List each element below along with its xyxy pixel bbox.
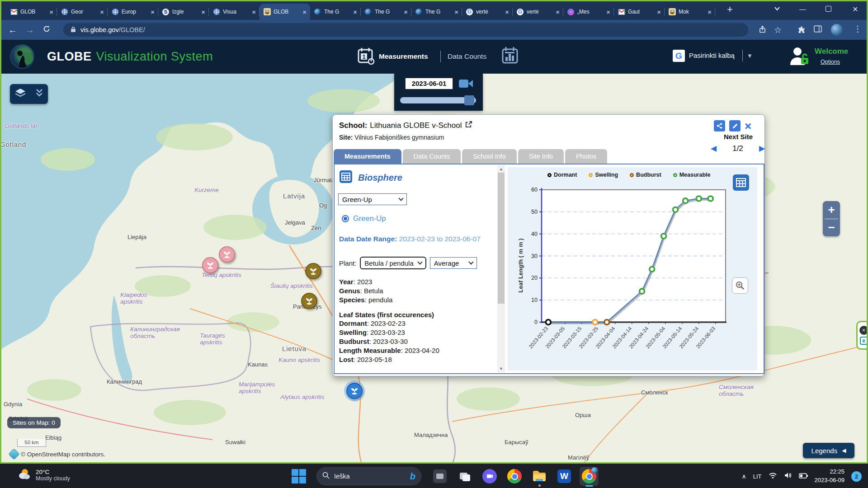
tab-close-icon[interactable]: × <box>657 9 661 15</box>
browser-tab[interactable]: Mok× <box>665 4 715 20</box>
date-slider-thumb[interactable] <box>464 95 474 105</box>
zoom-out-button[interactable]: − <box>823 219 840 236</box>
notification-badge[interactable]: 2 <box>851 471 862 482</box>
browser-menu-icon[interactable]: ⋮ <box>854 24 862 34</box>
column-scrollbar[interactable]: ▲ ▼ <box>497 165 505 372</box>
biosphere-table-icon[interactable] <box>339 170 353 185</box>
popup-tab-site-info[interactable]: Site Info <box>518 149 564 164</box>
chrome-icon[interactable] <box>505 467 524 486</box>
tab-close-icon[interactable]: × <box>252 9 256 15</box>
chart-zoom-button[interactable] <box>732 277 748 294</box>
popup-tab-school-info[interactable]: School Info <box>462 149 517 164</box>
user-account-icon[interactable] <box>788 45 811 70</box>
leaflet-logo-icon[interactable] <box>8 448 19 460</box>
extensions-puzzle-icon[interactable] <box>797 25 806 36</box>
browser-tab[interactable]: Gvertė× <box>462 4 513 20</box>
file-explorer-icon[interactable] <box>530 467 549 486</box>
video-camera-icon[interactable] <box>458 78 474 91</box>
reload-button[interactable] <box>42 25 51 35</box>
browser-tab[interactable]: The G× <box>411 4 462 20</box>
browser-tab[interactable]: GLOB× <box>259 4 310 20</box>
statistic-select[interactable]: Average <box>430 257 477 269</box>
profile-avatar[interactable] <box>831 24 843 36</box>
side-panel-icon[interactable] <box>814 25 822 35</box>
weather-widget[interactable]: 20°C Mostly cloudy <box>17 467 70 483</box>
wifi-icon[interactable] <box>769 472 777 481</box>
browser-tab[interactable]: The G× <box>361 4 411 20</box>
browser-tab[interactable]: Visua× <box>209 4 259 20</box>
tab-close-icon[interactable]: × <box>708 9 712 15</box>
tab-close-icon[interactable]: × <box>201 9 205 15</box>
share-site-button[interactable] <box>714 120 725 131</box>
close-window-button[interactable]: × <box>853 4 858 14</box>
window-stack-icon[interactable] <box>455 467 474 486</box>
globe-logo[interactable] <box>10 44 34 69</box>
scrollbar-thumb[interactable] <box>498 173 505 304</box>
site-marker-blue[interactable] <box>346 383 363 399</box>
volume-icon[interactable] <box>784 472 792 481</box>
edit-pencil-button[interactable] <box>729 120 741 131</box>
site-marker-olive[interactable] <box>305 263 321 279</box>
attribution-text[interactable]: © OpenStreetMap contributors. <box>21 451 105 458</box>
site-marker-pink[interactable] <box>219 246 235 263</box>
popup-tab-measurements[interactable]: Measurements <box>334 149 401 164</box>
tab-search-chevron-icon[interactable] <box>774 5 780 13</box>
nav-data-counts[interactable]: Data Counts <box>448 52 486 61</box>
legends-button[interactable]: Legends ◀ <box>803 443 854 458</box>
tab-close-icon[interactable]: × <box>404 9 408 15</box>
protocol-select[interactable]: Green-Up <box>338 193 407 205</box>
tab-close-icon[interactable]: × <box>454 9 458 15</box>
site-marker-olive[interactable] <box>301 293 317 309</box>
extension-flyout[interactable]: × e <box>856 321 868 350</box>
desktop-icon[interactable] <box>430 467 449 486</box>
flyout-close-icon[interactable]: × <box>859 326 868 335</box>
browser-tab[interactable]: SIzgle× <box>158 4 209 20</box>
word-icon[interactable]: W <box>555 467 574 486</box>
popup-tab-data-counts[interactable]: Data Counts <box>403 149 461 164</box>
browser-tab[interactable]: Geor× <box>57 4 108 20</box>
site-marker-pink[interactable] <box>202 257 218 273</box>
tab-close-icon[interactable]: × <box>100 9 104 15</box>
language-selector[interactable]: Pasirinkti kalbą <box>689 52 735 59</box>
data-counts-calendar-icon[interactable] <box>501 46 520 68</box>
tab-close-icon[interactable]: × <box>505 9 509 15</box>
tab-close-icon[interactable]: × <box>49 9 53 15</box>
zoom-in-button[interactable]: + <box>823 201 840 219</box>
external-link-icon[interactable] <box>465 121 472 131</box>
forward-button[interactable]: → <box>25 25 34 35</box>
scroll-down-icon[interactable]: ▼ <box>497 366 505 371</box>
collapse-chevrons-icon[interactable] <box>35 88 44 100</box>
nav-measurements[interactable]: Measurements <box>379 52 428 61</box>
google-translate-icon[interactable]: G <box>673 50 685 62</box>
plant-select[interactable]: Betula / pendula <box>360 257 426 269</box>
evernote-clipper-icon[interactable]: e <box>860 337 868 345</box>
tab-close-icon[interactable]: × <box>556 9 560 15</box>
layers-control[interactable] <box>10 84 48 104</box>
browser-tab[interactable]: GLOB× <box>6 4 57 20</box>
scroll-up-icon[interactable]: ▲ <box>497 167 505 171</box>
browser-tab[interactable]: Gvertė× <box>513 4 563 20</box>
keyboard-language[interactable]: LIT <box>753 473 762 480</box>
language-dropdown-arrow[interactable]: ▼ <box>747 52 753 59</box>
share-page-icon[interactable] <box>759 25 766 36</box>
taskbar-search[interactable]: Ieška b <box>316 467 421 485</box>
prev-site-arrow[interactable]: ◀ <box>711 144 717 153</box>
browser-tab[interactable]: The G× <box>310 4 361 20</box>
start-button[interactable] <box>292 469 306 483</box>
new-tab-button[interactable]: + <box>727 4 733 15</box>
measurements-calendar-icon[interactable]: 1 <box>357 47 375 68</box>
greenup-radio-row[interactable]: Green-Up <box>342 214 496 223</box>
chrome-active-icon[interactable] <box>580 467 599 486</box>
maximize-button[interactable] <box>826 6 831 12</box>
next-site-arrow[interactable]: ▶ <box>759 144 765 153</box>
back-button[interactable]: ← <box>8 25 17 35</box>
tab-close-icon[interactable]: × <box>606 9 610 15</box>
clipchamp-icon[interactable] <box>480 467 499 486</box>
bookmark-star-icon[interactable]: ☆ <box>774 25 782 35</box>
browser-tab[interactable]: Europ× <box>108 4 158 20</box>
date-slider[interactable] <box>400 97 476 103</box>
tab-close-icon[interactable]: × <box>353 9 357 15</box>
date-input[interactable]: 2023-06-01 <box>405 78 453 89</box>
tray-chevron-up-icon[interactable]: ∧ <box>741 473 746 480</box>
clock[interactable]: 22:25 2023-06-09 <box>815 468 845 485</box>
